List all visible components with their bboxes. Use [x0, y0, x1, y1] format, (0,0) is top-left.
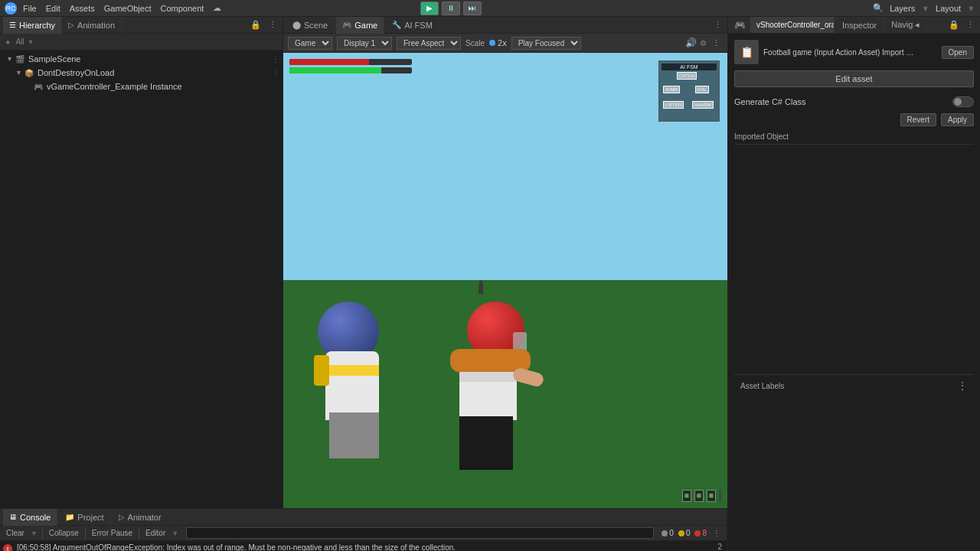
tab-hierarchy[interactable]: ☰ Hierarchy: [3, 17, 62, 34]
info-count: 0: [662, 529, 674, 537]
display-select[interactable]: Display 1: [337, 37, 392, 50]
animation-icon: ▷: [68, 21, 74, 29]
aspect-select[interactable]: Free Aspect: [397, 37, 461, 50]
revert-button[interactable]: Revert: [900, 113, 936, 126]
aifsm-tab-icon: 🔧: [392, 21, 401, 29]
center-options-button[interactable]: ⋮: [711, 20, 724, 30]
log-count-0: 2: [711, 543, 724, 551]
search-button[interactable]: 🔍: [873, 3, 884, 13]
stat-icon-3: ⊞: [707, 490, 716, 502]
tab-game[interactable]: 🎮 Game: [336, 17, 384, 34]
error-count-label: 8: [702, 529, 707, 537]
character-left: [314, 302, 413, 470]
node-jump: JUMP: [663, 86, 680, 93]
tab-project[interactable]: 📁 Project: [59, 509, 110, 526]
tab-navig-label: Navig ◂: [891, 20, 920, 30]
editor-button[interactable]: Editor: [144, 529, 167, 537]
node-haarm: HAARM: [692, 101, 714, 109]
bottom-section: 🖥 Console 📁 Project ▷ Animator Clear ▼ C…: [0, 508, 980, 551]
tab-console-label: Console: [20, 513, 51, 522]
log-list: ! [06:50:58] ArgumentOutOfRangeException…: [0, 541, 727, 551]
generate-cs-toggle[interactable]: [952, 96, 974, 107]
panel-options-button[interactable]: ⋮: [266, 20, 279, 30]
menu-file[interactable]: File: [23, 4, 37, 13]
unity-logo: RC: [5, 2, 17, 15]
panel-lock-button[interactable]: 🔒: [248, 20, 263, 30]
menu-assets[interactable]: Assets: [70, 4, 95, 13]
center-tab-bar: ⬤ Scene 🎮 Game 🔧 AI FSM ⋮: [283, 17, 727, 34]
play-button[interactable]: ▶: [420, 2, 439, 15]
console-icon: 🖥: [9, 513, 17, 521]
add-gameobject-button[interactable]: +: [3, 37, 12, 47]
tab-console[interactable]: 🖥 Console: [3, 509, 57, 526]
scene-toolbar-options[interactable]: ⋮: [710, 38, 723, 48]
console-tab-bar: 🖥 Console 📁 Project ▷ Animator: [0, 509, 727, 526]
inspector-lock[interactable]: 🔒: [946, 20, 962, 30]
tab-hierarchy-label: Hierarchy: [19, 21, 55, 30]
warning-dot: [678, 530, 684, 536]
hp-bar-container: [289, 59, 412, 73]
edit-asset-section: Edit asset: [734, 70, 974, 87]
console-options-button[interactable]: ⋮: [711, 529, 722, 537]
tab-animation[interactable]: ▷ Animation: [62, 17, 122, 34]
scale-label: Scale: [466, 39, 485, 47]
mini-map: AI FSM CATCH JUMP FOL LISTEN HAARM: [658, 60, 720, 122]
menu-component[interactable]: Component: [160, 4, 204, 13]
hp-bar-green: [289, 67, 412, 73]
tab-navig[interactable]: Navig ◂: [885, 17, 926, 34]
hp-bar-red: [289, 59, 412, 65]
con-counts: 0 0 8: [662, 529, 707, 537]
skip-button[interactable]: ⏭: [463, 2, 482, 15]
scene-tab-icon: ⬤: [292, 21, 301, 29]
tab-animator[interactable]: ▷ Animator: [113, 509, 168, 526]
game-scene: AI FSM CATCH JUMP FOL LISTEN HAARM ⊞ ⊞ ⊞: [283, 53, 727, 508]
tab-animator-label: Animator: [128, 513, 162, 522]
edit-asset-button[interactable]: Edit asset: [734, 70, 974, 87]
log-ts-0: [06:50:58]: [17, 543, 51, 551]
console-search-input[interactable]: [186, 527, 654, 539]
generate-cs-row: Generate C# Class: [734, 93, 974, 110]
menu-gameobject[interactable]: GameObject: [104, 4, 152, 13]
scene-icon: 🎬: [15, 55, 26, 64]
tab-inspector-label: Inspector: [842, 21, 877, 30]
tab-inspector[interactable]: Inspector: [836, 17, 884, 34]
tab-vshooter[interactable]: vShooterController_oran...: [750, 17, 835, 34]
layers-button[interactable]: Layers: [890, 4, 915, 13]
dontdestroy-options[interactable]: ⋮: [272, 69, 283, 77]
tab-scene[interactable]: ⬤ Scene: [286, 17, 335, 34]
info-count-label: 0: [669, 529, 674, 537]
pause-button[interactable]: ⏸: [442, 2, 460, 15]
error-pause-button[interactable]: Error Pause: [90, 529, 134, 537]
stat-icon-1: ⊞: [682, 490, 691, 502]
inspector-more[interactable]: ⋮: [964, 20, 977, 30]
node-fol: FOL: [695, 86, 709, 93]
error-count: 8: [694, 529, 707, 537]
layout-button[interactable]: Layout: [936, 4, 961, 13]
open-button[interactable]: Open: [942, 46, 974, 59]
play-focused-select[interactable]: Play Focused: [511, 37, 581, 50]
imported-object-label: Imported Object: [734, 129, 974, 145]
asset-labels-options-button[interactable]: ⋮: [957, 380, 968, 392]
top-bar-right: 🔍 Layers ▼ Layout ▼: [873, 3, 975, 13]
menu-edit[interactable]: Edit: [46, 4, 60, 13]
game-tab-icon: 🎮: [342, 21, 351, 29]
right-panel: 🎮 vShooterController_oran... Inspector N…: [727, 17, 980, 508]
tree-item-vgamecontroller[interactable]: ▷ 🎮 vGameController_Example Instance: [0, 80, 283, 93]
stat-icon-2: ⊞: [694, 490, 704, 502]
hp-fill-green: [289, 67, 381, 73]
inspector-header: 📋 Football game (Input Action Asset) Imp…: [734, 40, 974, 64]
tab-aifsm[interactable]: 🔧 AI FSM: [386, 17, 439, 34]
tree-item-samplescene[interactable]: ▼ 🎬 SampleScene ⋮: [0, 52, 283, 66]
samplescene-options[interactable]: ⋮: [272, 55, 283, 64]
imported-object-area: [734, 145, 974, 374]
error-icon-0: !: [3, 544, 12, 551]
tree-arrow-vgame: ▷: [24, 83, 34, 90]
game-select[interactable]: Game: [288, 37, 332, 50]
collapse-button[interactable]: Collapse: [47, 529, 80, 537]
apply-button[interactable]: Apply: [941, 113, 974, 126]
clear-button[interactable]: Clear: [5, 529, 26, 537]
log-entry-0[interactable]: ! [06:50:58] ArgumentOutOfRangeException…: [0, 541, 727, 551]
toolbar-divider-3: [139, 528, 139, 539]
tree-item-dontdestroy[interactable]: ▼ 📦 DontDestroyOnLoad ⋮: [0, 66, 283, 80]
node-listen: LISTEN: [663, 101, 684, 109]
